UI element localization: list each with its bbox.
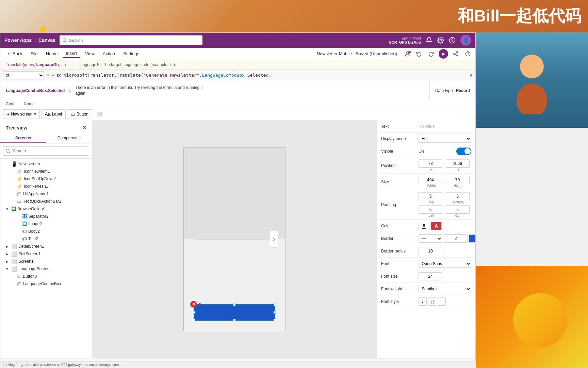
property-dropdown[interactable]: xt <box>3 71 44 79</box>
border-radius-input[interactable] <box>419 247 442 255</box>
handle-top-right[interactable] <box>273 304 276 306</box>
formula-content[interactable]: MicrosoftTranslator.Translate("Generate … <box>64 73 467 78</box>
padding-right-input[interactable] <box>446 205 470 214</box>
tree-item-EditScreen1[interactable]: ▶ ⬜ EditScreen1 <box>0 250 92 258</box>
tab-screens[interactable]: Screens <box>0 134 46 143</box>
more-controls-btn[interactable]: ⬜ <box>94 109 105 119</box>
handle-bottom-left[interactable] <box>193 319 196 321</box>
handle-bottom-middle[interactable] <box>233 319 236 321</box>
font-color-btn[interactable]: A <box>419 222 429 230</box>
canvas-area: ✕ ∨ › <box>92 120 377 358</box>
strikethrough-btn[interactable]: — <box>438 297 446 306</box>
tree-item-Title2[interactable]: 🏷 Title2 <box>0 235 92 243</box>
global-search-box[interactable] <box>60 35 202 45</box>
tree-item-IconNewItem1[interactable]: ⚡ IconNewItem1 <box>0 168 92 175</box>
italic-btn[interactable]: I <box>419 297 427 306</box>
tree-item-LblAppName1[interactable]: 🏷 LblAppName1 <box>0 190 92 198</box>
padding-left-input[interactable] <box>419 205 442 214</box>
tree-item-Separator2[interactable]: 🖼 Separator2 <box>0 213 92 220</box>
formula-fx-icon[interactable]: fx <box>57 73 61 78</box>
font-weight-dropdown[interactable]: Semibold <box>419 285 471 293</box>
data-type-value: Record <box>456 88 470 93</box>
tree-item-Screen1[interactable]: ▶ ⬜ Screen1 <box>0 258 92 265</box>
gallery-icon: 🖼 <box>11 206 16 212</box>
prop-padding: Padding Top Bottom <box>377 190 475 220</box>
tree-item-IconSortUpDown1[interactable]: ⚡ IconSortUpDown1 <box>0 175 92 183</box>
display-mode-dropdown[interactable]: Edit <box>419 135 471 143</box>
app-title: Newsletter Mobile - Saved (Unpublished) <box>317 51 397 56</box>
padding-bottom-input[interactable] <box>446 192 470 200</box>
formula-expand-btn[interactable]: ∨ <box>470 73 473 78</box>
settings-icon[interactable] <box>437 37 444 44</box>
tab-components[interactable]: Components <box>46 134 92 143</box>
help-icon[interactable] <box>449 37 456 44</box>
size-width-input[interactable] <box>419 176 442 184</box>
formula-cross-icon[interactable]: ✕ <box>47 73 50 78</box>
underline-btn[interactable]: U <box>428 297 436 306</box>
undo-btn[interactable] <box>414 49 424 59</box>
bottom-label: Bottom <box>446 200 472 204</box>
padding-top-input[interactable] <box>419 192 442 200</box>
position-y-input[interactable] <box>446 159 470 168</box>
tree-search-input[interactable] <box>3 146 89 156</box>
panel-expand-btn[interactable]: › <box>270 231 278 248</box>
handle-bottom-right[interactable] <box>273 319 276 321</box>
app-container: Power Apps | Canvas Environment GCR_GPS … <box>0 32 476 368</box>
menu-view[interactable]: View <box>82 50 98 58</box>
menu-back[interactable]: Back <box>3 50 26 58</box>
tree-item-DetailScreen1[interactable]: ▶ ⬜ DetailScreen1 <box>0 243 92 250</box>
left-label: Left <box>419 214 444 217</box>
image-icon: 🖼 <box>22 214 27 219</box>
tree-item-Image2[interactable]: 🖼 Image2 <box>0 220 92 228</box>
user-avatar[interactable]: 👤 <box>460 35 471 46</box>
handle-top-middle[interactable] <box>233 304 236 306</box>
fill-color-btn[interactable]: A <box>431 222 442 230</box>
tree-item-LanguageScreen[interactable]: ▼ ⬜ LanguageScreen <box>0 265 92 273</box>
help-menu-btn[interactable] <box>463 49 473 59</box>
tree-item-RectQuickActionBar1[interactable]: ▭ RectQuickActionBar1 <box>0 198 92 205</box>
font-dropdown[interactable]: Open Sans <box>419 260 471 268</box>
play-button[interactable]: ▶ <box>439 49 448 59</box>
border-style-dropdown[interactable]: — <box>419 234 442 243</box>
border-color-btn[interactable] <box>469 234 475 243</box>
error-message: There is an error in this formula. Try r… <box>75 85 211 96</box>
tree-item-IconRefresh1[interactable]: ⚡ IconRefresh1 <box>0 183 92 190</box>
prop-y-group: Y <box>446 159 472 171</box>
button-btn[interactable]: ▭ Button <box>67 109 92 119</box>
new-screen-btn[interactable]: + New screen ▾ <box>3 109 40 119</box>
tree-item-BrowseGallery1[interactable]: ▼ 🖼 BrowseGallery1 <box>0 205 92 213</box>
menu-file[interactable]: File <box>27 50 41 58</box>
tree-item-Button3[interactable]: 🏷 Button3 <box>0 273 92 280</box>
label-btn[interactable]: Aa Label <box>41 109 66 119</box>
handle-middle-right[interactable] <box>273 311 276 314</box>
tree-label: Button3 <box>23 274 37 279</box>
size-height-input[interactable] <box>446 176 470 184</box>
font-size-input[interactable] <box>419 272 442 280</box>
share-btn[interactable] <box>451 49 460 59</box>
hint-name[interactable]: Name <box>24 102 35 106</box>
menu-settings[interactable]: Settings <box>120 50 143 58</box>
share-icon <box>453 51 458 57</box>
menu-insert[interactable]: Insert <box>63 49 81 58</box>
tree-item-Body2[interactable]: 🏷 Body2 <box>0 228 92 235</box>
position-x-input[interactable] <box>419 159 442 168</box>
tree-item-LanguageComboBox[interactable]: 🏷 LanguageComboBox <box>0 280 92 288</box>
menu-home[interactable]: Home <box>43 50 61 58</box>
hint-code[interactable]: Code <box>6 102 16 106</box>
border-width-input[interactable] <box>444 234 468 243</box>
bottom-right-decoration <box>476 266 588 368</box>
visible-toggle[interactable] <box>456 148 471 155</box>
global-search-input[interactable] <box>69 38 200 43</box>
canvas-selected-button[interactable]: ✕ ∨ <box>194 304 275 321</box>
notification-icon[interactable] <box>426 37 432 44</box>
redo-btn[interactable] <box>426 49 436 59</box>
tree-item-new-screen[interactable]: 📱 New screen <box>0 160 92 168</box>
prop-font-style: Font style I U — <box>377 295 475 308</box>
formula-check-icon[interactable]: ✓ <box>52 73 55 78</box>
svg-point-9 <box>456 55 458 56</box>
sidebar-close-btn[interactable]: ✕ <box>82 124 86 131</box>
tree-label: BrowseGallery1 <box>17 206 46 211</box>
handle-middle-left[interactable] <box>193 311 196 314</box>
menu-action[interactable]: Action <box>99 50 118 58</box>
formula-icons: ✕ ✓ fx <box>47 73 61 78</box>
